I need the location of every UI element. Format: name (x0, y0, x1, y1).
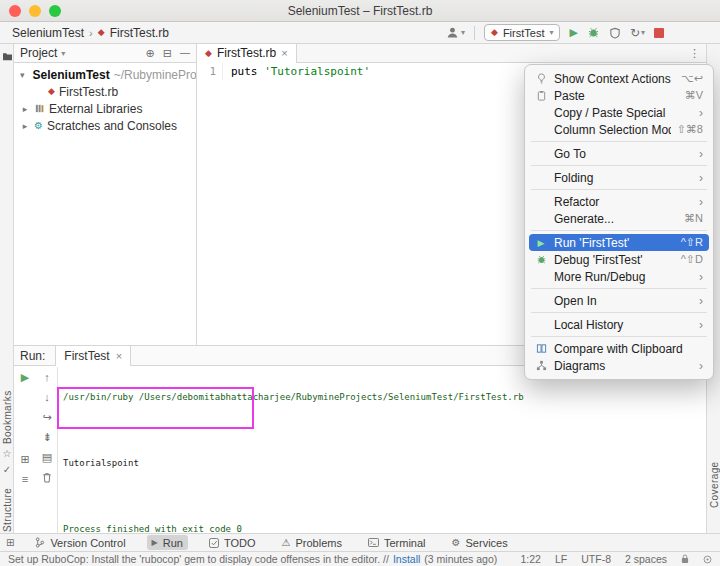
scratches-label: Scratches and Consoles (47, 119, 177, 133)
rerun-button[interactable]: ▶ (14, 367, 36, 387)
quick-access-button[interactable]: ⊞ (6, 537, 14, 548)
menu-item-compare-with-clipboard[interactable]: Compare with Clipboard (529, 340, 709, 357)
project-tool-button[interactable] (0, 52, 14, 61)
tree-row-project-root[interactable]: ▾ SeleniumTest ~/RubymineProj (14, 66, 196, 83)
collapse-all-button[interactable]: ⊟ (163, 48, 172, 59)
menu-item-generate[interactable]: Generate... ⌘N (529, 210, 709, 227)
readonly-lock-icon[interactable] (681, 554, 689, 564)
menu-item-label: Paste (554, 89, 679, 103)
minimize-window-button[interactable] (29, 5, 41, 17)
user-account-button[interactable]: ▾ (446, 26, 465, 39)
structure-tool-button[interactable]: Structure (0, 480, 14, 532)
console-line (63, 491, 524, 502)
commit-tool-button[interactable]: ✓ (0, 464, 14, 475)
menu-item-diagrams[interactable]: Diagrams › (529, 357, 709, 374)
menu-item-run-firsttest[interactable]: ▶ Run 'FirstTest' ^⇧R (529, 234, 709, 251)
run-toolbar: ▶ ⊞ ≡ ↑ ↓ ↪ ⇟ ▤ (14, 367, 58, 534)
menu-separator (531, 230, 707, 231)
menu-separator (531, 165, 707, 166)
pin-tab-button[interactable]: ≡ (14, 469, 36, 489)
menu-item-folding[interactable]: Folding › (529, 169, 709, 186)
menu-item-more-run-debug[interactable]: More Run/Debug › (529, 268, 709, 285)
menu-separator (531, 312, 707, 313)
toolbar-item-services[interactable]: ⚙ Services (447, 535, 513, 550)
toolbar-item-label: Services (466, 537, 508, 549)
locate-file-button[interactable]: ⊕ (146, 48, 155, 59)
more-run-actions-button[interactable]: ↻ ▾ (630, 27, 645, 39)
line-separator[interactable]: LF (555, 553, 567, 565)
tree-row-firsttest[interactable]: ◆ FirstTest.rb (14, 83, 196, 100)
status-time-ago: (3 minutes ago) (424, 553, 497, 565)
scroll-to-end-button[interactable]: ⇟ (36, 427, 58, 447)
editor-tab-firsttest[interactable]: ◆ FirstTest.rb × (197, 44, 297, 63)
run-icon: ▶ (152, 538, 158, 547)
menu-item-label: Folding (554, 171, 693, 185)
run-tab-firsttest[interactable]: FirstTest × (55, 346, 131, 366)
status-message: Set up RuboCop: Install the 'rubocop' ge… (8, 553, 389, 565)
tree-expanded-icon[interactable]: ▾ (20, 70, 25, 80)
debug-button[interactable] (587, 26, 600, 39)
breadcrumb-file[interactable]: FirstTest.rb (110, 26, 169, 40)
run-button[interactable]: ▶ (569, 27, 577, 38)
menu-item-debug-firsttest[interactable]: Debug 'FirstTest' ^⇧D (529, 251, 709, 268)
chevron-down-icon: ▾ (549, 28, 553, 37)
status-bar: Set up RuboCop: Install the 'rubocop' ge… (0, 551, 720, 566)
close-window-button[interactable] (9, 5, 21, 17)
favorites-tool-button[interactable]: ☆ (0, 448, 14, 459)
menu-item-column-selection-mode[interactable]: Column Selection Mode ⇧⌘8 (529, 121, 709, 138)
soft-wrap-button[interactable]: ↪ (36, 407, 58, 427)
menu-item-label: More Run/Debug (554, 270, 693, 284)
menu-item-label: Run 'FirstTest' (554, 236, 675, 250)
left-tool-stripe: Bookmarks ☆ ✓ Structure (0, 44, 14, 533)
print-button[interactable]: ▤ (36, 447, 58, 467)
clear-all-button[interactable] (36, 467, 58, 487)
run-configuration-select[interactable]: ◆ FirstTest ▾ (484, 24, 561, 41)
close-tab-icon[interactable]: × (281, 47, 287, 59)
line-number: 1 (197, 63, 216, 80)
menu-item-open-in[interactable]: Open In › (529, 292, 709, 309)
project-view-select[interactable]: Project ▾ (20, 46, 65, 60)
submenu-arrow-icon: › (699, 171, 703, 185)
tree-row-external-libraries[interactable]: ▸ External Libraries (14, 100, 196, 117)
code-line[interactable]: puts 'Tutorialspoint' (223, 63, 370, 80)
toolbar-item-terminal[interactable]: Terminal (363, 535, 431, 550)
run-console[interactable]: /usr/bin/ruby /Users/debomitabhattacharj… (63, 370, 524, 557)
submenu-arrow-icon: › (699, 195, 703, 209)
menu-item-show-context-actions[interactable]: Show Context Actions ⌥↩ (529, 70, 709, 87)
rerun-icon: ↻ (630, 27, 640, 39)
caret-position[interactable]: 1:22 (521, 553, 541, 565)
close-tab-icon[interactable]: × (116, 350, 122, 362)
menu-item-local-history[interactable]: Local History › (529, 316, 709, 333)
status-install-link[interactable]: Install (393, 553, 420, 565)
menu-item-go-to[interactable]: Go To › (529, 145, 709, 162)
coverage-tool-button[interactable]: Coverage (707, 454, 720, 508)
editor-options-icon[interactable]: ⋮ (689, 47, 700, 60)
menu-item-paste[interactable]: Paste ⌘V (529, 87, 709, 104)
breadcrumb-project[interactable]: SeleniumTest (12, 26, 84, 40)
file-encoding[interactable]: UTF-8 (581, 553, 611, 565)
bookmarks-tool-button[interactable]: Bookmarks (0, 386, 14, 444)
tree-collapsed-icon[interactable]: ▸ (20, 121, 30, 131)
menu-item-label: Copy / Paste Special (554, 106, 693, 120)
submenu-arrow-icon: › (699, 318, 703, 332)
up-stack-trace-button[interactable]: ↑ (36, 367, 58, 387)
run-with-coverage-button[interactable] (609, 27, 621, 39)
toolbar-item-problems[interactable]: ⚠ Problems (277, 535, 347, 550)
tree-collapsed-icon[interactable]: ▸ (20, 104, 30, 114)
stop-button[interactable] (654, 28, 664, 38)
inspections-profile-icon[interactable] (703, 555, 712, 564)
toolbar-item-run[interactable]: ▶ Run (147, 535, 188, 550)
menu-item-copy-paste-special[interactable]: Copy / Paste Special › (529, 104, 709, 121)
zoom-window-button[interactable] (49, 5, 61, 17)
tree-row-scratches[interactable]: ▸ ⚙ Scratches and Consoles (14, 117, 196, 134)
restore-layout-button[interactable]: ⊞ (14, 449, 36, 469)
window-controls (9, 5, 61, 17)
project-tree: ▾ SeleniumTest ~/RubymineProj ◆ FirstTes… (14, 63, 196, 134)
editor-tab-bar: ◆ FirstTest.rb × ⋮ (197, 44, 706, 63)
toolbar-item-version-control[interactable]: Version Control (30, 535, 130, 550)
indent-style[interactable]: 2 spaces (625, 553, 667, 565)
toolbar-item-todo[interactable]: TODO (204, 535, 261, 550)
hide-panel-button[interactable]: — (180, 48, 190, 58)
down-stack-trace-button[interactable]: ↓ (36, 387, 58, 407)
menu-item-refactor[interactable]: Refactor › (529, 193, 709, 210)
